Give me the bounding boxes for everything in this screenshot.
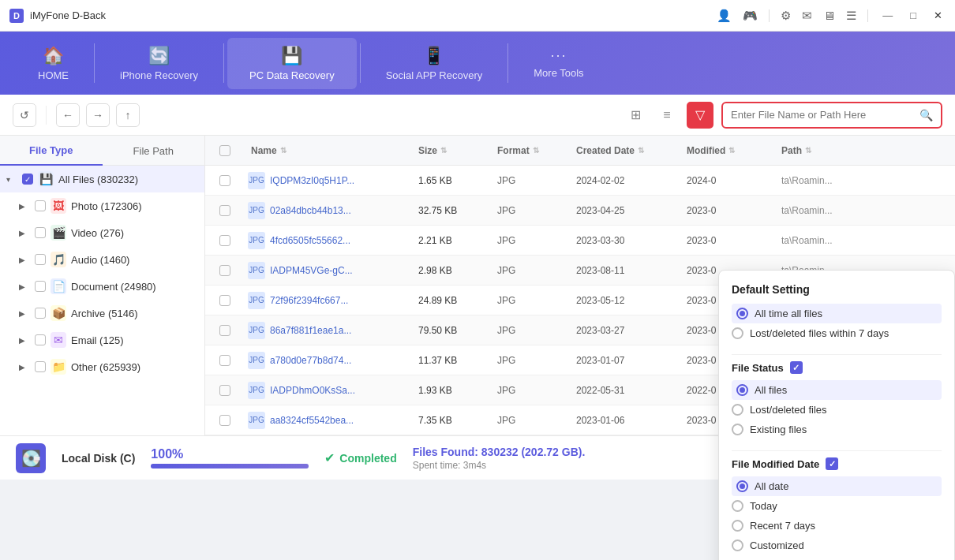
sidebar-item-audio[interactable]: ▶ 🎵 Audio (1460) [0, 246, 204, 273]
row-checkbox[interactable] [205, 355, 245, 366]
up-button[interactable]: ↑ [116, 103, 140, 127]
back-button[interactable]: ← [56, 103, 80, 127]
filter-button[interactable]: ▽ [687, 102, 713, 129]
row-checkbox[interactable] [205, 265, 245, 276]
nav-home[interactable]: 🏠 HOME [16, 38, 91, 89]
sidebar-tabs: File Type File Path [0, 136, 204, 166]
disk-label: Local Disk (C) [62, 452, 135, 465]
sidebar-item-email[interactable]: ▶ ✉ Email (125) [0, 327, 204, 353]
archive-icon: 📦 [51, 305, 66, 321]
nav-pc-label: PC Data Recovery [249, 69, 335, 81]
expand-icon-doc: ▶ [19, 282, 30, 291]
titlebar-right: 👤 🎮 ⚙ ✉ 🖥 ☰ — □ ✕ [717, 8, 946, 23]
sidebar-item-document[interactable]: ▶ 📄 Document (24980) [0, 273, 204, 300]
sidebar-item-photo[interactable]: ▶ 🖼 Photo (172306) [0, 192, 204, 219]
forward-button[interactable]: → [86, 103, 110, 127]
audio-icon: 🎵 [51, 252, 66, 267]
checkbox-archive[interactable] [35, 308, 46, 319]
body-area: File Type File Path ▾ ✓ 💾 All Files (830… [0, 136, 955, 435]
profile-icon[interactable]: 👤 [717, 9, 732, 23]
tab-file-path[interactable]: File Path [103, 136, 205, 166]
close-button[interactable]: ✕ [931, 8, 946, 23]
table-row[interactable]: JPG 4fcd6505fc55662... 2.21 KB JPG 2023-… [205, 226, 955, 256]
list-view-button[interactable]: ≡ [655, 103, 679, 127]
filter-opt-recent7[interactable]: Recent 7 days [732, 516, 942, 536]
date-checkbox[interactable]: ✓ [826, 457, 838, 470]
sidebar-all-label: All Files (830232) [58, 174, 138, 185]
search-input[interactable] [731, 109, 919, 121]
mail-icon[interactable]: ✉ [802, 9, 812, 23]
table-row[interactable]: JPG 02a84dbcb44b13... 32.75 KB JPG 2023-… [205, 196, 955, 226]
row-checkbox[interactable] [205, 175, 245, 186]
files-found-label: Files Found: 830232 (202.72 GB). [413, 446, 586, 458]
nav-social[interactable]: 📱 Social APP Recovery [364, 38, 505, 89]
checkbox-video[interactable] [35, 227, 46, 238]
minimize-button[interactable]: — [879, 8, 896, 23]
file-name: JPG IADPDhmO0KsSa... [245, 382, 418, 399]
row-checkbox[interactable] [205, 205, 245, 216]
file-modified: 2024-0 [687, 175, 781, 186]
select-all-checkbox[interactable] [219, 145, 230, 156]
progress-bar-bg [151, 464, 309, 469]
col-size-header[interactable]: Size ⇅ [418, 145, 497, 156]
filter-opt-customized[interactable]: Customized [732, 536, 942, 555]
table-row[interactable]: JPG IQDPM3zI0q5H1P... 1.65 KB JPG 2024-0… [205, 166, 955, 196]
file-thumb: JPG [248, 352, 265, 369]
undo-button[interactable]: ↺ [13, 103, 36, 127]
filter-opt-all-time[interactable]: All time all files [732, 304, 942, 323]
filter-opt-lost[interactable]: Lost/deleted files [732, 400, 942, 420]
maximize-button[interactable]: □ [907, 8, 919, 23]
filter-opt-7days[interactable]: Lost/deleted files within 7 days [732, 323, 942, 343]
col-format-header[interactable]: Format ⇅ [497, 145, 576, 156]
filter-opt-today[interactable]: Today [732, 496, 942, 516]
sidebar-item-all[interactable]: ▾ ✓ 💾 All Files (830232) [0, 166, 204, 192]
row-checkbox[interactable] [205, 385, 245, 396]
nav-sep3 [360, 43, 361, 83]
filter-opt-all-date[interactable]: All date [732, 476, 942, 496]
file-format: JPG [497, 205, 576, 216]
nav-iphone[interactable]: 🔄 iPhone Recovery [98, 38, 220, 89]
row-checkbox[interactable] [205, 415, 245, 426]
filter-opt-all-files[interactable]: All files [732, 380, 942, 400]
email-icon: ✉ [51, 332, 66, 348]
monitor-icon[interactable]: 🖥 [823, 9, 835, 22]
file-size: 24.89 KB [418, 295, 497, 306]
status-checkbox[interactable]: ✓ [790, 361, 803, 374]
progress-wrap: 100% [151, 447, 309, 469]
checkbox-all[interactable]: ✓ [22, 174, 33, 185]
checkbox-other[interactable] [35, 361, 46, 372]
row-checkbox[interactable] [205, 295, 245, 306]
row-checkbox[interactable] [205, 235, 245, 246]
row-checkbox[interactable] [205, 325, 245, 336]
file-created: 2023-08-11 [576, 265, 687, 276]
sidebar-item-other[interactable]: ▶ 📁 Other (625939) [0, 353, 204, 380]
size-sort-icon: ⇅ [440, 146, 447, 155]
sidebar-item-video[interactable]: ▶ 🎬 Video (276) [0, 219, 204, 246]
video-icon: 🎬 [51, 225, 66, 241]
checkbox-email[interactable] [35, 334, 46, 345]
nav-more[interactable]: ··· More Tools [511, 39, 605, 87]
col-created-header[interactable]: Created Date ⇅ [576, 145, 687, 156]
sep [769, 9, 770, 22]
nav-pc[interactable]: 💾 PC Data Recovery [227, 38, 357, 89]
settings-icon[interactable]: ⚙ [781, 9, 791, 23]
home-icon: 🏠 [43, 46, 64, 66]
checkbox-audio[interactable] [35, 254, 46, 265]
modified-sort-icon: ⇅ [728, 146, 735, 155]
discord-icon[interactable]: 🎮 [743, 9, 758, 23]
sidebar-item-archive[interactable]: ▶ 📦 Archive (5146) [0, 300, 204, 327]
tab-file-type[interactable]: File Type [0, 136, 103, 166]
col-path-header[interactable]: Path ⇅ [781, 145, 955, 156]
col-modified-header[interactable]: Modified ⇅ [687, 145, 781, 156]
grid-view-button[interactable]: ⊞ [624, 103, 647, 127]
filter-opt-existing[interactable]: Existing files [732, 420, 942, 439]
file-format: JPG [497, 355, 576, 366]
col-name-header[interactable]: Name ⇅ [245, 145, 418, 156]
file-name: JPG IQDPM3zI0q5H1P... [245, 172, 418, 189]
menu-icon[interactable]: ☰ [846, 9, 856, 23]
expand-icon-archive: ▶ [19, 309, 30, 318]
nav-sep4 [507, 43, 508, 83]
checkbox-photo[interactable] [35, 200, 46, 211]
file-format: JPG [497, 175, 576, 186]
checkbox-doc[interactable] [35, 281, 46, 292]
